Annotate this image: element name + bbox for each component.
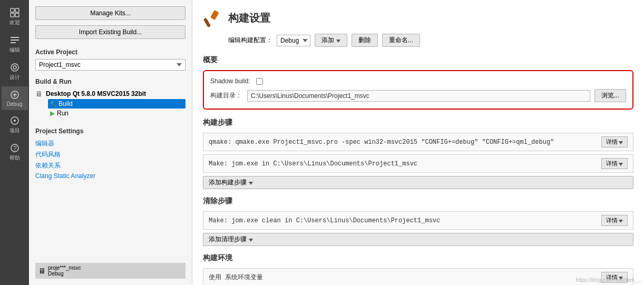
run-arrow-icon: ▶ (50, 110, 55, 117)
sidebar-item-design[interactable]: 设计 (2, 59, 28, 84)
config-row: 编辑构建配置： Debug 添加 删除 重命名... (228, 34, 633, 47)
build-label: Build (58, 100, 73, 107)
svg-point-13 (14, 120, 16, 122)
clean-step-1-detail-button[interactable]: 详情 (601, 215, 628, 226)
run-sub-item[interactable]: ▶ Run (48, 109, 186, 118)
build-dir-row: 构建目录： 浏览... (210, 89, 626, 102)
build-step-1: qmake: qmake.exe Project1_msvc.pro -spec… (203, 133, 633, 151)
svg-rect-16 (210, 10, 219, 20)
svg-rect-2 (11, 13, 14, 17)
build-run-label: Build & Run (35, 78, 186, 85)
shadow-build-row: Shadow build: (210, 77, 626, 85)
bottom-project-icon: 🖥 (38, 267, 46, 275)
kit-name: Desktop Qt 5.8.0 MSVC2015 32bit (46, 90, 146, 97)
add-clean-step-arrow (249, 236, 253, 243)
build-step-2-detail-button[interactable]: 详情 (601, 158, 628, 169)
watermark: https://blog.csdn.net/dark_... (575, 277, 642, 283)
browse-button[interactable]: 浏览... (594, 89, 626, 102)
monitor-icon: 🖥 (35, 90, 43, 98)
sidebar-item-help[interactable]: ? 帮助 (2, 140, 28, 165)
clean-steps-header: 清除步骤 (203, 196, 633, 206)
config-label: 编辑构建配置： (228, 36, 272, 45)
clean-step-1: Make: jom.exe clean in C:\Users\Linus\Do… (203, 211, 633, 230)
env-row-text: 使用 系统环境变量 (209, 273, 601, 282)
svg-rect-5 (11, 40, 19, 41)
svg-rect-6 (11, 42, 16, 43)
sidebar-icons-panel: 欢迎 编辑 设计 Debug 项目 ? (0, 0, 29, 285)
settings-link-editor[interactable]: 编辑器 (35, 138, 186, 149)
manage-kits-button[interactable]: Manage Kits... (35, 6, 186, 20)
add-build-step-arrow (249, 179, 253, 186)
sidebar-item-welcome[interactable]: 欢迎 (2, 4, 28, 30)
svg-rect-3 (15, 13, 19, 17)
build-dir-label: 构建目录： (210, 91, 242, 100)
build-arrow-icon: 🔨 (50, 101, 56, 107)
build-step-1-detail-button[interactable]: 详情 (601, 136, 628, 148)
sidebar-item-edit[interactable]: 编辑 (2, 32, 28, 57)
svg-point-8 (13, 66, 16, 69)
rename-config-button[interactable]: 重命名... (382, 34, 420, 47)
kit-item: 🖥 Desktop Qt 5.8.0 MSVC2015 32bit (35, 89, 186, 99)
build-env-header: 构建环境 (203, 253, 633, 263)
add-build-step-button[interactable]: 添加构建步骤 (203, 176, 633, 189)
page-header: 构建设置 (203, 8, 633, 27)
clean-step-1-text: Make: jom.exe clean in C:\Users\Linus\Do… (209, 217, 601, 224)
env-row: 使用 系统环境变量 详情 (203, 268, 633, 285)
settings-link-code-style[interactable]: 代码风格 (35, 149, 186, 160)
svg-rect-1 (15, 8, 19, 12)
shadow-build-label: Shadow build: (210, 77, 250, 85)
build-step-1-text: qmake: qmake.exe Project1_msvc.pro -spec… (209, 139, 601, 146)
build-steps-header: 构建步骤 (203, 118, 633, 127)
project-settings-label: Project Settings (35, 127, 186, 135)
delete-config-button[interactable]: 删除 (352, 34, 378, 47)
settings-link-clang[interactable]: Clang Static Analyzer (35, 171, 186, 181)
shadow-build-checkbox[interactable] (256, 78, 263, 85)
build-dir-value-row: 浏览... (247, 89, 626, 102)
sidebar-item-debug[interactable]: Debug (2, 86, 28, 110)
detail-dropdown-icon-1 (619, 139, 623, 145)
add-dropdown-arrow (336, 37, 340, 44)
svg-rect-17 (203, 18, 211, 27)
svg-rect-0 (11, 8, 14, 12)
left-panel: Manage Kits... Import Existing Build... … (29, 0, 192, 285)
page-title: 构建设置 (228, 11, 270, 25)
build-dir-input[interactable] (247, 90, 590, 102)
run-label: Run (57, 110, 69, 117)
build-step-2: Make: jom.exe in C:\Users\Linus\Document… (203, 154, 633, 173)
detail-dropdown-icon-2 (619, 161, 623, 167)
bottom-project-name: proje***_msvc (48, 265, 81, 271)
overview-box: Shadow build: 构建目录： 浏览... (203, 70, 633, 110)
sidebar-item-project[interactable]: 项目 (2, 112, 28, 137)
svg-point-7 (11, 64, 18, 71)
svg-rect-4 (11, 37, 19, 38)
settings-link-dependencies[interactable]: 依赖关系 (35, 160, 186, 171)
config-select[interactable]: Debug (277, 35, 310, 46)
detail-dropdown-icon-3 (619, 218, 623, 224)
overview-section-header: 概要 (203, 55, 633, 65)
project-select[interactable]: Project1_msvc (35, 59, 186, 71)
add-config-button[interactable]: 添加 (315, 34, 347, 47)
svg-text:?: ? (13, 145, 17, 152)
active-project-label: Active Project (35, 48, 186, 56)
hammer-icon (203, 8, 222, 27)
build-sub-item[interactable]: 🔨 Build (48, 99, 186, 109)
import-build-button[interactable]: Import Existing Build... (35, 25, 186, 39)
main-content: 构建设置 编辑构建配置： Debug 添加 删除 重命名... 概要 Shado… (192, 0, 644, 285)
add-clean-step-button[interactable]: 添加清理步骤 (203, 233, 633, 246)
bottom-debug-label: Debug (48, 271, 81, 277)
build-step-2-text: Make: jom.exe in C:\Users\Linus\Document… (209, 160, 601, 168)
